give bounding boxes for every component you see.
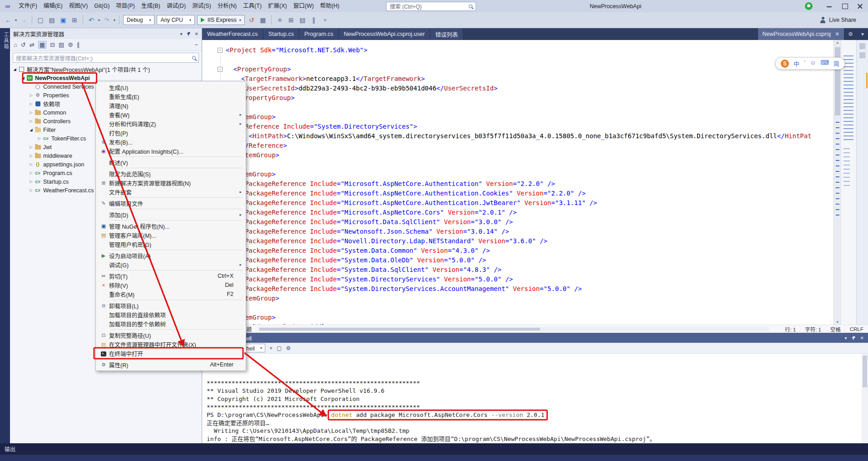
status-spaces[interactable]: 空格 [830, 326, 841, 333]
context-menu-item[interactable]: 加载项目的直接依赖项 [96, 310, 245, 319]
undo-dropdown-icon[interactable]: ▾ [98, 18, 100, 22]
tab-list-chevron-icon[interactable]: ▾ [857, 28, 868, 40]
expander-icon[interactable]: ▷ [28, 162, 34, 166]
context-menu-item[interactable]: ×移除(V)Del [96, 281, 245, 290]
context-menu-item[interactable]: 生成(U) [96, 83, 245, 92]
expander-icon[interactable]: ▷ [28, 145, 34, 149]
context-menu-item[interactable]: ◉配置 Application Insights(C)... [96, 146, 245, 155]
context-menu-item[interactable]: ⊖卸载项目(L) [96, 301, 245, 310]
switch-views-icon[interactable]: ⇄ [30, 41, 35, 48]
menubar-item[interactable]: Git(G) [91, 0, 113, 12]
close-tab-icon[interactable]: ✕ [835, 31, 839, 37]
document-tab[interactable]: WeatherForecast.cs [202, 28, 263, 40]
indent-icon[interactable]: ⊞ [287, 16, 296, 24]
account-avatar[interactable] [805, 2, 813, 10]
menubar-item[interactable]: 帮助(H) [317, 0, 342, 12]
output-band[interactable]: 输出 [0, 443, 868, 455]
context-menu-item[interactable]: ⊕发布(B)... [96, 137, 245, 146]
live-share-button[interactable]: Live Share [819, 17, 864, 24]
quick-search-box[interactable]: 搜索 (Ctrl+Q) [386, 2, 476, 11]
context-menu-item[interactable]: ▤管理客户端库(M)... [96, 230, 245, 240]
context-menu-item[interactable]: >_在终端中打开 [96, 349, 245, 358]
expander-icon[interactable]: ▷ [28, 93, 34, 97]
context-menu-item[interactable]: 分析和代码清理(Z)▸ [96, 119, 245, 128]
navigate-forward-icon[interactable]: → [19, 16, 28, 24]
context-menu-item[interactable]: 概述(V) [96, 158, 245, 167]
solution-search-box[interactable]: 搜索解决方案资源管理器(Ctrl+;) [13, 53, 199, 63]
expander-icon[interactable]: ▷ [28, 110, 34, 115]
context-menu-item[interactable]: ✂剪切(T)Ctrl+X [96, 271, 245, 281]
context-menu-item[interactable]: ✎编辑项目文件 [96, 199, 245, 208]
comment-icon[interactable]: ▤ [298, 16, 307, 24]
back-dropdown-icon[interactable]: ▾ [15, 18, 17, 22]
context-menu-item[interactable]: 清理(N) [96, 101, 245, 110]
ime-item[interactable]: ⌨ [820, 59, 829, 68]
terminal-scrollbar[interactable] [862, 354, 868, 443]
find-in-files-icon[interactable]: ▦ [258, 16, 268, 24]
context-menu-item[interactable]: 限定为此范围(S) [96, 169, 245, 178]
menubar-item[interactable]: 工具(T) [240, 0, 265, 12]
undo-icon[interactable]: ↶ [87, 16, 96, 24]
context-menu-item[interactable]: ⊡复制完整路径(U) [96, 331, 245, 340]
bookmark-icon[interactable]: ∥ [309, 16, 318, 24]
maximize-button[interactable] [837, 0, 853, 12]
output-label[interactable]: 输出 [5, 445, 15, 453]
code-editor[interactable]: − − − − − <Project Sdk="Microsoft.NET.Sd… [202, 40, 868, 325]
expander-icon[interactable]: ▷ [28, 102, 34, 106]
document-tab[interactable]: Startup.cs [263, 28, 299, 40]
document-tab[interactable]: Program.cs [299, 28, 339, 40]
context-menu-item[interactable]: 管理用户机密(G) [96, 240, 245, 249]
redo-icon[interactable]: ↷ [102, 16, 111, 24]
save-all-icon[interactable]: ⊞ [70, 16, 79, 24]
minimize-button[interactable] [822, 0, 837, 12]
context-menu-item[interactable]: 重命名(M)F2 [96, 290, 245, 299]
code-text[interactable]: <Project Sdk="Microsoft.NET.Sdk.Web"> <P… [226, 45, 833, 325]
outline-icon[interactable]: ≡ [275, 16, 284, 24]
new-terminal-icon[interactable]: + [269, 345, 273, 351]
pin-icon[interactable] [851, 336, 856, 341]
menubar-item[interactable]: 扩展(X) [265, 0, 290, 12]
expander-icon[interactable]: ▷ [28, 188, 34, 192]
window-position-icon[interactable]: ▾ [845, 336, 847, 341]
ime-item[interactable]: 中 [794, 59, 799, 68]
show-all-files-icon[interactable]: ▤ [59, 41, 64, 48]
context-menu-item[interactable]: 文件嵌套▸ [96, 187, 245, 196]
close-panel-icon[interactable]: ✕ [860, 336, 864, 341]
toolbar-overflow-icon[interactable]: − [194, 41, 198, 48]
context-menu-item[interactable]: ▤在文件资源管理器中打开文件夹(X) [96, 340, 245, 349]
navigate-back-icon[interactable]: ← [4, 16, 13, 24]
context-menu-item[interactable]: ▶设为启动项目(A) [96, 251, 245, 260]
status-line[interactable]: 行: 1 [785, 326, 796, 333]
context-menu-item[interactable]: 查看(W)▸ [96, 110, 245, 119]
refresh-icon[interactable]: ↺ [21, 41, 26, 48]
sogou-logo-icon[interactable]: S [781, 60, 789, 68]
context-menu-item[interactable]: 调试(G)▸ [96, 260, 245, 269]
expander-icon[interactable]: ◢ [20, 76, 26, 80]
menubar-item[interactable]: 窗口(W) [290, 0, 317, 12]
context-menu-item[interactable]: 添加(D)▸ [96, 210, 245, 219]
status-column[interactable]: 字符: 1 [805, 326, 821, 333]
expander-icon[interactable]: ▷ [28, 180, 34, 184]
context-menu-item[interactable]: 打包(P) [96, 128, 245, 137]
debug-configuration-dropdown[interactable]: Debug▾ [123, 15, 154, 25]
collapse-box-icon[interactable]: − [218, 67, 223, 72]
pin-icon[interactable] [186, 31, 191, 36]
menubar-item[interactable]: 分析(N) [214, 0, 240, 12]
document-tab[interactable]: 错误列表 [430, 28, 463, 40]
menubar-item[interactable]: 调试(D) [164, 0, 189, 12]
terminal-settings-gear-icon[interactable]: ⚙ [286, 345, 291, 351]
tab-options-gear-icon[interactable]: ⚙ [844, 28, 857, 40]
split-terminal-icon[interactable]: ▢ [277, 345, 282, 351]
document-minimap[interactable] [841, 40, 856, 325]
expander-icon[interactable]: ◢ [12, 67, 18, 71]
menubar-item[interactable]: 编辑(E) [40, 0, 66, 12]
context-menu-item[interactable]: ▣管理 NuGet 程序包(N)... [96, 221, 245, 230]
expander-icon[interactable]: ▷ [28, 171, 34, 175]
preview-icon[interactable]: ∥ [77, 41, 80, 48]
menubar-item[interactable]: 生成(B) [138, 0, 164, 12]
collapse-box-icon[interactable]: − [218, 48, 223, 53]
platform-dropdown[interactable]: Any CPU▾ [157, 15, 194, 25]
hot-reload-icon[interactable]: ↺ [247, 16, 256, 24]
start-debugging-button[interactable]: IIS Express ▾ [197, 15, 245, 25]
menubar-item[interactable]: 视图(V) [66, 0, 91, 12]
